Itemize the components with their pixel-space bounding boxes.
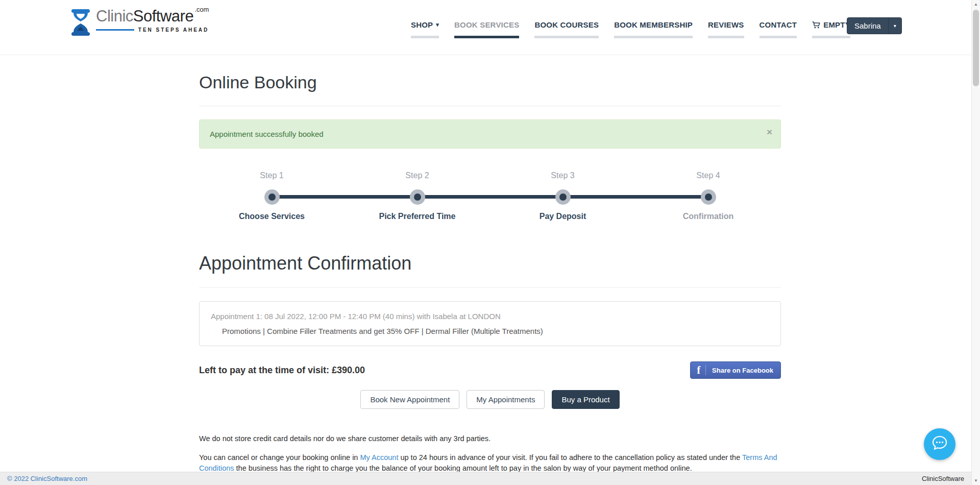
step-2-title: Step 2 — [405, 171, 429, 183]
booking-steps: Step 1 Choose Services Step 2 Pick Prefe… — [199, 171, 781, 221]
main-nav: SHOP ▾ BOOK SERVICES BOOK COURSES BOOK M… — [403, 20, 858, 38]
chat-widget-button[interactable] — [924, 428, 955, 460]
chat-bubble-icon — [931, 434, 948, 454]
share-on-facebook-label: Share on Facebook — [712, 367, 773, 374]
step-3-title: Step 3 — [551, 171, 574, 183]
nav-item-book-services-label: BOOK SERVICES — [454, 20, 519, 29]
logo-underline — [96, 29, 134, 31]
cancellation-note-part2: up to 24 hours in advance of your visit.… — [398, 453, 742, 462]
book-new-appointment-button[interactable]: Book New Appointment — [360, 390, 459, 409]
nav-item-cart-label: EMPTY — [823, 20, 850, 29]
confirmation-divider — [199, 287, 781, 288]
success-alert-message: Appointment successfully booked — [210, 130, 324, 138]
step-2-dot — [410, 189, 425, 205]
logo-tld: .com — [194, 6, 209, 13]
buy-a-product-button[interactable]: Buy a Product — [552, 390, 619, 409]
nav-item-book-courses[interactable]: BOOK COURSES — [534, 20, 599, 38]
step-4-title: Step 4 — [696, 171, 720, 183]
main-content: Online Booking Appointment successfully … — [199, 72, 781, 474]
clinicsoftware-logo[interactable]: ClinicSoftware.com TEN STEPS AHEAD — [69, 8, 209, 39]
cart-icon — [812, 21, 820, 29]
nav-item-book-membership-label: BOOK MEMBERSHIP — [614, 20, 693, 29]
title-divider — [199, 106, 781, 106]
scrollbar-down-arrow[interactable]: ▼ — [972, 476, 980, 485]
header: ClinicSoftware.com TEN STEPS AHEAD SHOP … — [0, 0, 980, 55]
logo-text: ClinicSoftware.com TEN STEPS AHEAD — [96, 8, 209, 33]
footer-copyright-link[interactable]: © 2022 ClinicSoftware.com — [7, 475, 87, 482]
action-buttons: Book New Appointment My Appointments Buy… — [199, 390, 781, 409]
alert-close-icon[interactable]: × — [767, 127, 772, 137]
policy-notes: We do not store credit card details nor … — [199, 433, 781, 474]
facebook-button-divider — [705, 365, 706, 375]
footer-bar: © 2022 ClinicSoftware.com ClinicSoftware — [0, 472, 971, 485]
step-3-dot — [555, 189, 571, 205]
facebook-icon: f — [697, 365, 705, 376]
my-appointments-button[interactable]: My Appointments — [467, 390, 545, 409]
nav-item-shop-label: SHOP — [411, 20, 433, 29]
success-alert: Appointment successfully booked × — [199, 119, 781, 149]
hourglass-logo-icon — [69, 8, 92, 39]
page-title: Online Booking — [199, 72, 781, 92]
share-on-facebook-button[interactable]: f Share on Facebook — [690, 361, 781, 379]
step-2-pick-time: Step 2 Pick Preferred Time — [345, 171, 490, 221]
nav-item-book-services[interactable]: BOOK SERVICES — [454, 20, 519, 38]
payment-row: Left to pay at the time of visit: £390.0… — [199, 361, 781, 379]
confirmation-title: Appointment Confirmation — [199, 253, 781, 274]
step-1-dot — [264, 189, 280, 205]
step-3-label: Pay Deposit — [540, 212, 586, 221]
vertical-scrollbar[interactable]: ▲ ▼ — [971, 0, 980, 485]
step-1-label: Choose Services — [239, 212, 305, 221]
cancellation-note-part3: the business has the right to charge you… — [234, 464, 692, 472]
logo-word-clinic: Clinic — [96, 8, 133, 24]
nav-item-book-courses-label: BOOK COURSES — [534, 20, 599, 29]
logo-tagline: TEN STEPS AHEAD — [138, 27, 209, 33]
cancellation-note: You can cancel or change your booking on… — [199, 452, 781, 474]
nav-item-contact-label: CONTACT — [760, 20, 797, 29]
scrollbar-thumb[interactable] — [973, 10, 979, 86]
step-1-title: Step 1 — [260, 171, 283, 183]
footer-brand-text: ClinicSoftware — [922, 475, 964, 482]
logo-word-software: Software — [133, 8, 193, 24]
user-name[interactable]: Sabrina — [847, 18, 888, 34]
cancellation-note-part1: You can cancel or change your booking on… — [199, 453, 360, 462]
appointment-summary-box: Appointment 1: 08 Jul 2022, 12:00 PM - 1… — [199, 301, 781, 346]
nav-item-cart-empty[interactable]: EMPTY — [812, 20, 850, 38]
appointment-service: Promotions | Combine Filler Treatments a… — [211, 327, 769, 335]
nav-item-contact[interactable]: CONTACT — [760, 20, 797, 38]
step-3-pay-deposit: Step 3 Pay Deposit — [490, 171, 635, 221]
appointment-details: Appointment 1: 08 Jul 2022, 12:00 PM - 1… — [211, 312, 769, 321]
nav-item-reviews-label: REVIEWS — [708, 20, 744, 29]
step-1-choose-services: Step 1 Choose Services — [199, 171, 345, 221]
caret-down-icon: ▾ — [436, 22, 439, 28]
nav-item-book-membership[interactable]: BOOK MEMBERSHIP — [614, 20, 693, 38]
my-account-link[interactable]: My Account — [360, 453, 398, 462]
scrollbar-up-arrow[interactable]: ▲ — [972, 0, 980, 9]
online-booking-page: ClinicSoftware.com TEN STEPS AHEAD SHOP … — [0, 0, 980, 485]
step-4-label: Confirmation — [683, 212, 734, 221]
step-2-label: Pick Preferred Time — [379, 212, 455, 221]
privacy-note: We do not store credit card details nor … — [199, 433, 781, 444]
user-menu-button[interactable]: Sabrina ▾ — [847, 17, 902, 34]
step-4-dot — [701, 189, 716, 205]
left-to-pay-amount: Left to pay at the time of visit: £390.0… — [199, 365, 365, 376]
nav-item-shop[interactable]: SHOP ▾ — [411, 20, 439, 38]
nav-item-reviews[interactable]: REVIEWS — [708, 20, 744, 38]
step-4-confirmation: Step 4 Confirmation — [635, 171, 781, 221]
user-caret-down-icon[interactable]: ▾ — [888, 18, 901, 34]
